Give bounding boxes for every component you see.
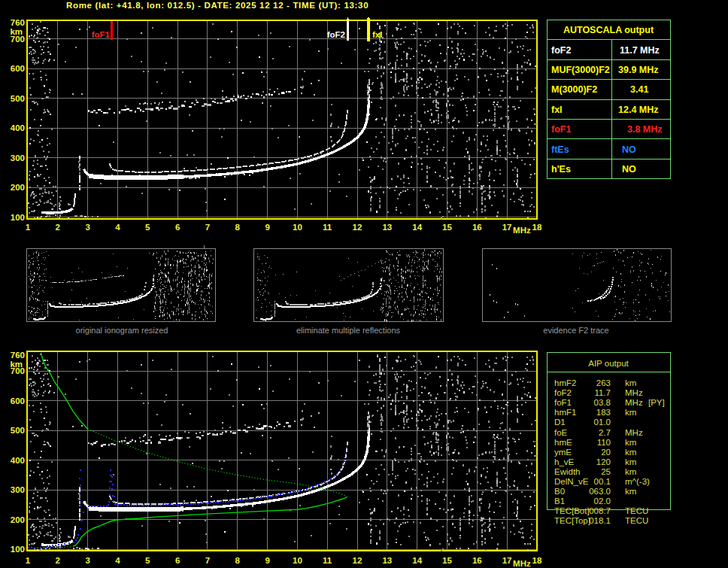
svg-text:11: 11 xyxy=(323,223,332,232)
svg-text:120: 120 xyxy=(596,457,611,466)
svg-text:km: km xyxy=(625,487,636,496)
svg-text:600: 600 xyxy=(11,64,25,73)
svg-text:MHz: MHz xyxy=(513,559,531,568)
svg-text:MHz: MHz xyxy=(625,428,643,437)
svg-text:4: 4 xyxy=(115,223,120,232)
svg-text:[PY]: [PY] xyxy=(648,398,665,407)
svg-text:02.0: 02.0 xyxy=(594,497,611,506)
svg-text:5: 5 xyxy=(145,556,150,565)
svg-text:13: 13 xyxy=(382,556,392,565)
svg-text:39.9 MHz: 39.9 MHz xyxy=(618,65,659,75)
svg-text:evidence F2 trace: evidence F2 trace xyxy=(543,326,608,335)
svg-text:B1: B1 xyxy=(554,497,565,506)
svg-text:km: km xyxy=(625,467,636,476)
svg-text:6: 6 xyxy=(175,556,180,565)
svg-text:TECU: TECU xyxy=(625,506,648,515)
svg-text:D1: D1 xyxy=(554,418,566,427)
svg-text:17: 17 xyxy=(502,223,512,232)
svg-text:3: 3 xyxy=(85,223,89,232)
svg-text:AIP output: AIP output xyxy=(588,359,629,368)
svg-text:760: 760 xyxy=(11,351,25,360)
svg-text:18: 18 xyxy=(532,556,542,565)
svg-text:263: 263 xyxy=(596,378,611,387)
svg-text:hmF2: hmF2 xyxy=(554,378,576,387)
svg-text:5: 5 xyxy=(145,223,150,232)
svg-text:MHz: MHz xyxy=(625,398,643,407)
svg-text:2: 2 xyxy=(56,223,60,232)
svg-text:TEC[Top]: TEC[Top] xyxy=(554,516,590,525)
svg-text:00.1: 00.1 xyxy=(594,477,611,486)
svg-text:Ewidth: Ewidth xyxy=(554,467,581,476)
svg-text:14: 14 xyxy=(412,223,422,232)
svg-text:100: 100 xyxy=(11,545,25,554)
svg-text:12.4 MHz: 12.4 MHz xyxy=(618,105,659,115)
svg-text:ftEs: ftEs xyxy=(551,144,569,155)
svg-text:hmF1: hmF1 xyxy=(554,408,576,417)
svg-text:10: 10 xyxy=(293,556,302,565)
svg-text:100: 100 xyxy=(11,213,25,222)
svg-text:km: km xyxy=(625,457,636,466)
svg-text:2.7: 2.7 xyxy=(599,428,611,437)
svg-text:3.41: 3.41 xyxy=(630,84,648,95)
svg-text:foF2: foF2 xyxy=(551,45,571,56)
svg-text:Rome (lat: +41.8, lon: 012.5): Rome (lat: +41.8, lon: 012.5) - DATE: 20… xyxy=(66,1,369,10)
svg-text:h'Es: h'Es xyxy=(551,164,571,175)
svg-text:NO: NO xyxy=(622,164,636,175)
svg-text:01.0: 01.0 xyxy=(594,418,611,427)
svg-text:km: km xyxy=(625,438,636,447)
svg-text:300: 300 xyxy=(11,485,25,494)
svg-text:1: 1 xyxy=(26,556,31,565)
svg-text:km: km xyxy=(625,378,636,387)
svg-text:11: 11 xyxy=(323,556,332,565)
svg-text:8: 8 xyxy=(235,556,240,565)
svg-text:600: 600 xyxy=(11,396,25,405)
svg-text:foF1: foF1 xyxy=(92,30,111,39)
svg-text:B0: B0 xyxy=(554,487,565,496)
svg-text:760: 760 xyxy=(11,18,25,27)
svg-text:foF1: foF1 xyxy=(551,124,571,135)
svg-text:7: 7 xyxy=(205,556,210,565)
svg-text:16: 16 xyxy=(472,556,482,565)
svg-text:18: 18 xyxy=(532,223,542,232)
svg-text:10: 10 xyxy=(293,223,302,232)
svg-text:hmE: hmE xyxy=(554,438,572,447)
svg-text:7: 7 xyxy=(205,223,210,232)
svg-text:11.7: 11.7 xyxy=(594,388,611,397)
svg-text:25: 25 xyxy=(601,467,611,476)
svg-text:MHz: MHz xyxy=(625,388,643,397)
svg-text:11.7 MHz: 11.7 MHz xyxy=(620,45,660,56)
svg-text:4: 4 xyxy=(115,556,120,565)
svg-text:200: 200 xyxy=(11,183,25,192)
svg-text:M(3000)F2: M(3000)F2 xyxy=(551,84,597,95)
svg-text:110: 110 xyxy=(597,438,611,447)
svg-text:3.8 MHz: 3.8 MHz xyxy=(627,124,663,135)
svg-text:original ionogram resized: original ionogram resized xyxy=(76,326,168,335)
svg-text:9: 9 xyxy=(265,556,269,565)
svg-text:km: km xyxy=(625,408,636,417)
svg-text:14: 14 xyxy=(412,556,422,565)
svg-text:km: km xyxy=(625,448,636,457)
svg-text:km: km xyxy=(10,360,23,369)
svg-text:km: km xyxy=(10,27,23,36)
svg-text:2: 2 xyxy=(56,556,60,565)
svg-text:300: 300 xyxy=(11,153,25,163)
svg-text:foF2: foF2 xyxy=(554,388,572,397)
svg-text:400: 400 xyxy=(11,456,25,465)
svg-text:03.8: 03.8 xyxy=(594,398,611,407)
svg-text:DelN_vE: DelN_vE xyxy=(554,477,589,486)
svg-text:12: 12 xyxy=(353,556,362,565)
svg-text:3: 3 xyxy=(85,556,89,565)
svg-text:12: 12 xyxy=(353,223,362,232)
svg-text:15: 15 xyxy=(442,556,452,565)
svg-text:TEC[Bot]: TEC[Bot] xyxy=(554,506,590,515)
svg-text:6: 6 xyxy=(175,223,180,232)
svg-text:17: 17 xyxy=(502,556,512,565)
svg-text:200: 200 xyxy=(11,515,25,524)
svg-text:fxI: fxI xyxy=(372,30,382,39)
svg-text:NO: NO xyxy=(622,144,636,155)
svg-text:500: 500 xyxy=(11,426,25,435)
svg-text:MUF(3000)F2: MUF(3000)F2 xyxy=(551,65,610,75)
svg-text:1: 1 xyxy=(26,223,31,232)
svg-text:16: 16 xyxy=(472,223,482,232)
svg-text:TECU: TECU xyxy=(625,516,648,525)
